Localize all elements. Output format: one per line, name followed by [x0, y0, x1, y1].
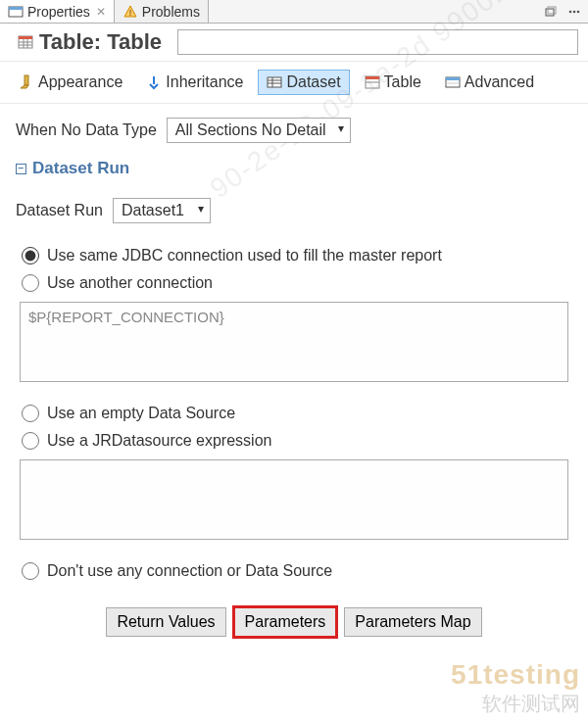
section-dataset-run[interactable]: − Dataset Run [16, 159, 572, 178]
collapse-icon[interactable]: − [16, 164, 26, 174]
tab-actions [543, 0, 588, 23]
appearance-icon [19, 74, 34, 90]
option-no-connection[interactable]: Don't use any connection or Data Source [22, 562, 572, 580]
subtab-appearance[interactable]: Appearance [10, 70, 131, 95]
svg-rect-25 [446, 77, 460, 80]
properties-icon [8, 4, 24, 20]
tab-problems[interactable]: ! Problems [115, 0, 209, 23]
when-no-data-row: When No Data Type All Sections No Detail [16, 118, 572, 143]
subtab-label: Dataset [286, 73, 340, 91]
subtab-advanced[interactable]: Advanced [436, 70, 543, 95]
radio-another-conn[interactable] [22, 274, 39, 292]
button-row: Return Values Parameters Parameters Map [16, 607, 572, 637]
parameters-map-button[interactable]: Parameters Map [344, 607, 481, 637]
page-title-name: Table [107, 29, 162, 55]
radio-empty-ds[interactable] [22, 405, 39, 422]
svg-rect-17 [268, 77, 281, 87]
dataset-run-select[interactable]: Dataset1 [113, 198, 211, 223]
option-label: Use another connection [47, 274, 213, 292]
svg-rect-10 [19, 36, 32, 39]
option-jrdatasource-expression[interactable]: Use a JRDatasource expression [22, 432, 572, 450]
svg-point-7 [573, 10, 576, 13]
problems-icon: ! [122, 4, 138, 20]
watermark-brand-text: 51testing [451, 659, 580, 691]
svg-point-8 [577, 10, 580, 13]
title-input[interactable] [177, 29, 578, 55]
close-icon[interactable]: ✕ [96, 5, 106, 19]
radio-no-conn[interactable] [22, 562, 39, 580]
dataset-icon [267, 74, 282, 90]
page-title-label: Table: [39, 29, 101, 55]
subtab-label: Advanced [465, 73, 534, 91]
content-area: When No Data Type All Sections No Detail… [0, 104, 588, 650]
watermark-cn-text: 软件测试网 [451, 691, 580, 717]
advanced-icon [445, 74, 461, 90]
svg-rect-4 [546, 9, 554, 16]
dataset-run-row: Dataset Run Dataset1 [16, 198, 572, 223]
tab-properties[interactable]: Properties ✕ [0, 0, 115, 23]
subtab-dataset[interactable]: Dataset [258, 70, 349, 95]
option-another-connection[interactable]: Use another connection [22, 274, 572, 292]
radio-jr-expr[interactable] [22, 432, 39, 450]
radio-same-jdbc[interactable] [22, 247, 39, 264]
menu-icon[interactable] [566, 4, 582, 20]
when-no-data-label: When No Data Type [16, 121, 157, 139]
subtab-inheritance[interactable]: Inheritance [137, 70, 252, 95]
option-label: Use same JDBC connection used to fill th… [47, 247, 442, 264]
svg-marker-16 [21, 85, 28, 88]
connection-expression-box[interactable] [20, 302, 568, 382]
inheritance-icon [146, 74, 162, 90]
svg-point-6 [569, 10, 572, 13]
tab-label: Problems [142, 4, 200, 20]
property-subtabs: Appearance Inheritance Dataset Table Adv… [0, 62, 588, 104]
option-empty-datasource[interactable]: Use an empty Data Source [22, 405, 572, 422]
tab-label: Properties [27, 4, 90, 20]
option-label: Don't use any connection or Data Source [47, 562, 332, 580]
svg-rect-1 [9, 7, 23, 10]
section-label: Dataset Run [32, 159, 129, 178]
watermark-brand: 51testing 软件测试网 [451, 659, 580, 717]
option-label: Use a JRDatasource expression [47, 432, 271, 450]
return-values-button[interactable]: Return Values [106, 607, 225, 637]
subtab-label: Table [384, 73, 421, 91]
when-no-data-select[interactable]: All Sections No Detail [167, 118, 351, 143]
dataset-run-label: Dataset Run [16, 202, 103, 219]
subtab-label: Appearance [38, 73, 122, 91]
svg-rect-22 [366, 76, 379, 79]
restore-icon[interactable] [543, 4, 559, 20]
option-same-jdbc[interactable]: Use same JDBC connection used to fill th… [22, 247, 572, 264]
table-small-icon [365, 74, 380, 90]
jrdatasource-expression-box[interactable] [20, 459, 568, 540]
parameters-button[interactable]: Parameters [234, 607, 337, 637]
svg-rect-5 [548, 7, 556, 14]
option-label: Use an empty Data Source [47, 405, 235, 422]
title-row: Table: Table [0, 24, 588, 62]
svg-text:!: ! [129, 8, 132, 18]
subtab-label: Inheritance [166, 73, 243, 91]
view-tabs: Properties ✕ ! Problems [0, 0, 588, 24]
svg-rect-15 [24, 75, 28, 85]
subtab-table[interactable]: Table [356, 70, 430, 95]
table-icon [18, 34, 33, 50]
